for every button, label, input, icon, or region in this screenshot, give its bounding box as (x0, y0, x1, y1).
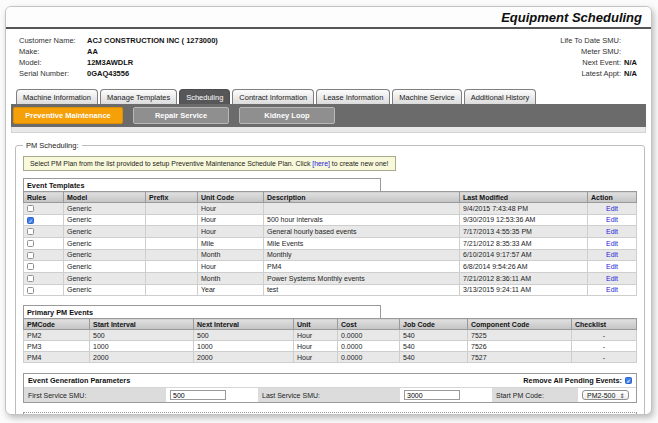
rule-checkbox[interactable] (27, 205, 34, 212)
edit-link[interactable]: Edit (606, 240, 618, 247)
rule-checkbox[interactable] (27, 287, 34, 294)
info-value: N/A (624, 70, 638, 79)
event-template-row: GenericMonthMonthly6/10/2014 9:17:57 AME… (24, 249, 637, 261)
pm-event-row: PM420002000Hour0.00005407527- (24, 352, 637, 363)
cell-model: Generic (64, 203, 146, 215)
main-tab-bar: Machine InformationManage TemplatesSched… (6, 84, 651, 104)
first-service-smu-input[interactable] (170, 390, 226, 400)
primary-pm-events-title: Primary PM Events (23, 305, 381, 318)
title-bar: Equipment Scheduling (6, 7, 651, 29)
event-template-row: GenericHourPM46/8/2014 9:54:26 AMEdit (24, 261, 637, 273)
event-template-row: GenericHourGeneral hourly based events7/… (24, 226, 637, 238)
rule-checkbox[interactable] (27, 263, 34, 270)
equipment-scheduling-window: Equipment Scheduling Customer Name:ACJ C… (5, 6, 652, 415)
pm-scheduling-legend: PM Scheduling: (23, 141, 82, 150)
info-value (624, 37, 638, 46)
cell-cost: 0.0000 (338, 341, 400, 352)
column-header-unit-code: Unit Code (198, 192, 264, 203)
start-pm-code-select[interactable]: PM2-500⇕ (582, 390, 629, 400)
edit-link[interactable]: Edit (606, 275, 618, 282)
tab-manage-templates[interactable]: Manage Templates (100, 89, 177, 104)
cell-prefix (146, 237, 198, 249)
info-value: ACJ CONSTRUCTION INC ( 1273000) (87, 37, 218, 46)
info-value: N/A (624, 59, 638, 68)
info-label: Meter SMU: (581, 48, 621, 57)
last-service-smu-input[interactable] (404, 390, 460, 400)
edit-link[interactable]: Edit (606, 228, 618, 235)
pm-scheduling-fieldset: PM Scheduling: Select PM Plan from the l… (15, 141, 645, 415)
cell-model: Generic (64, 261, 146, 273)
cell-model: Generic (64, 249, 146, 261)
event-template-row: GenericYeartest3/13/2015 9:24:11 AMEdit (24, 284, 637, 296)
cell-description (264, 203, 460, 215)
subtab-repair-service[interactable]: Repair Service (133, 107, 229, 124)
info-row: Serial Number:0GAQ43556 (19, 70, 218, 79)
edit-link[interactable]: Edit (606, 205, 618, 212)
cell-model: Generic (64, 284, 146, 296)
cell-rules (24, 284, 64, 296)
tab-machine-service[interactable]: Machine Service (392, 89, 461, 104)
cell-unit-code: Hour (198, 226, 264, 238)
cell-last-modified: 7/21/2012 8:36:11 AM (460, 272, 588, 284)
info-label: Model: (19, 59, 87, 68)
cell-rules (24, 249, 64, 261)
cell-description: Mile Events (264, 237, 460, 249)
cell-cost: 0.0000 (338, 352, 400, 363)
column-header-model: Model (64, 192, 146, 203)
edit-link[interactable]: Edit (606, 251, 618, 258)
cell-last-modified: 6/8/2014 9:54:26 AM (460, 261, 588, 273)
tab-scheduling[interactable]: Scheduling (179, 89, 230, 104)
event-templates-title: Event Templates (23, 178, 381, 191)
edit-link[interactable]: Edit (606, 216, 618, 223)
subtab-preventive-maintenance[interactable]: Preventive Maintenance (13, 107, 123, 124)
event-generation-header: Event Generation Parameters Remove All P… (24, 374, 636, 387)
tab-contract-information[interactable]: Contract Information (232, 89, 314, 104)
column-header-rules: Rules (24, 192, 64, 203)
cell-checklist: - (572, 330, 637, 341)
cell-action: Edit (588, 226, 637, 238)
subtab-kidney-loop[interactable]: Kidney Loop (239, 107, 335, 124)
rule-checkbox[interactable] (27, 240, 34, 247)
select-stepper-icon: ⇕ (619, 392, 624, 399)
rule-checkbox[interactable] (27, 275, 34, 282)
cell-unit-code: Hour (198, 214, 264, 226)
info-row: Customer Name:ACJ CONSTRUCTION INC ( 127… (19, 37, 218, 46)
cell-description: General hourly based events (264, 226, 460, 238)
tab-lease-information[interactable]: Lease Information (316, 89, 390, 104)
primary-pm-events-table: PMCodeStart IntervalNext IntervalUnitCos… (23, 318, 637, 363)
cell-component-code: 7527 (468, 352, 572, 363)
cell-next-interval: 1000 (194, 341, 294, 352)
cell-prefix (146, 226, 198, 238)
cell-model: Generic (64, 226, 146, 238)
event-template-row: GenericMonthPower Systems Monthly events… (24, 272, 637, 284)
notice-text-pre: Select PM Plan from the list provided to… (30, 160, 312, 167)
info-row: Life To Date SMU: (560, 37, 638, 46)
column-header-description: Description (264, 192, 460, 203)
rule-checkbox[interactable]: ✓ (27, 217, 34, 224)
cell-description: test (264, 284, 460, 296)
cell-checklist: - (572, 352, 637, 363)
machine-info-left: Customer Name:ACJ CONSTRUCTION INC ( 127… (19, 37, 218, 81)
cell-rules (24, 203, 64, 215)
edit-link[interactable]: Edit (606, 286, 618, 293)
event-generation-parameters: Event Generation Parameters Remove All P… (23, 373, 637, 403)
edit-link[interactable]: Edit (606, 263, 618, 270)
cell-prefix (146, 249, 198, 261)
event-template-row: GenericHour9/4/2015 7:43:48 PMEdit (24, 203, 637, 215)
column-header-cost: Cost (338, 319, 400, 330)
column-header-unit: Unit (294, 319, 338, 330)
remove-all-pending-checkbox[interactable]: ✓ (625, 377, 632, 384)
create-new-plan-link[interactable]: [here] (312, 160, 330, 167)
rule-checkbox[interactable] (27, 228, 34, 235)
cell-start-interval: 500 (90, 330, 194, 341)
rule-checkbox[interactable] (27, 252, 34, 259)
tab-additional-history[interactable]: Additional History (464, 89, 536, 104)
column-header-action: Action (588, 192, 637, 203)
cell-last-modified: 7/17/2013 4:55:35 PM (460, 226, 588, 238)
cell-prefix (146, 214, 198, 226)
cell-rules (24, 272, 64, 284)
cell-last-modified: 6/10/2014 9:17:57 AM (460, 249, 588, 261)
cell-action: Edit (588, 237, 637, 249)
tab-machine-information[interactable]: Machine Information (16, 89, 98, 104)
column-header-last-modified: Last Modified (460, 192, 588, 203)
